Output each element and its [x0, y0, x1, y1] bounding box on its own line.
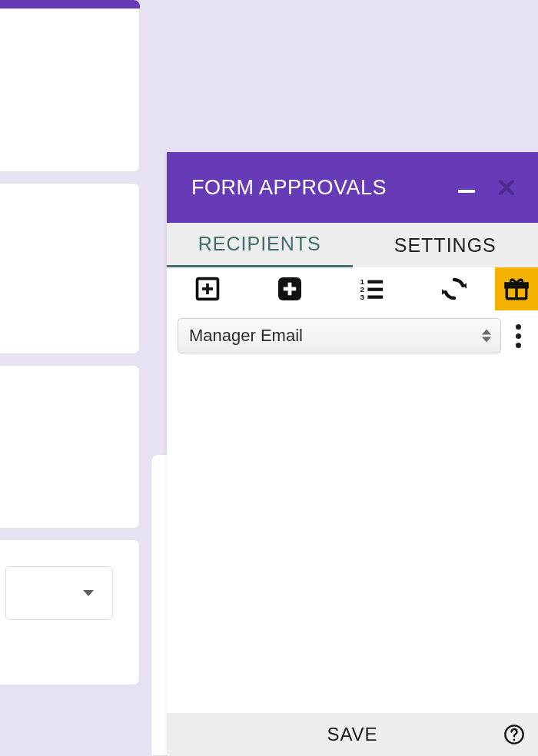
- panel-header: FORM APPROVALS: [167, 152, 538, 223]
- background-form-card: [0, 539, 140, 685]
- plus-square-filled-icon: [276, 275, 304, 303]
- minimize-icon: [458, 190, 475, 193]
- recipient-select-label: Manager Email: [189, 326, 303, 346]
- chevron-down-icon: [83, 590, 94, 596]
- panel-footer: SAVE: [167, 713, 538, 756]
- svg-text:3: 3: [360, 293, 364, 301]
- plus-square-outline-icon: [194, 276, 221, 302]
- recipient-row: Manager Email: [178, 318, 527, 353]
- background-form-card: [0, 365, 140, 529]
- add-recipient-filled-button[interactable]: [249, 267, 331, 310]
- toolbar: 1 2 3: [167, 267, 538, 310]
- ordered-list-icon: 1 2 3: [359, 276, 385, 302]
- refresh-button[interactable]: [413, 267, 495, 310]
- gift-button[interactable]: [495, 267, 538, 310]
- refresh-icon: [440, 275, 468, 303]
- help-button[interactable]: [503, 723, 526, 746]
- minimize-button[interactable]: [452, 173, 481, 202]
- form-approvals-panel: FORM APPROVALS RECIPIENTS SETTINGS: [167, 152, 538, 756]
- kebab-dot: [516, 324, 521, 330]
- form-dropdown[interactable]: [5, 566, 113, 620]
- panel-title: FORM APPROVALS: [191, 176, 441, 200]
- kebab-dot: [516, 333, 521, 339]
- background-form-card: [0, 183, 140, 354]
- form-card-accent: [0, 0, 140, 8]
- save-button[interactable]: SAVE: [327, 724, 377, 745]
- svg-point-20: [513, 739, 516, 741]
- select-sort-icon: [482, 330, 491, 343]
- add-recipient-button[interactable]: [167, 267, 249, 310]
- recipient-menu-button[interactable]: [509, 320, 527, 351]
- tabs: RECIPIENTS SETTINGS: [167, 223, 538, 267]
- background-form-card: [0, 8, 140, 172]
- recipients-content: Manager Email: [167, 310, 538, 713]
- tab-recipients[interactable]: RECIPIENTS: [167, 223, 353, 267]
- recipient-select[interactable]: Manager Email: [178, 318, 501, 353]
- ordered-list-button[interactable]: 1 2 3: [331, 267, 413, 310]
- kebab-dot: [516, 343, 521, 348]
- close-button[interactable]: [492, 173, 521, 202]
- close-icon: [497, 178, 516, 197]
- help-icon: [503, 724, 525, 745]
- gift-icon: [503, 276, 530, 302]
- tab-settings[interactable]: SETTINGS: [353, 223, 539, 267]
